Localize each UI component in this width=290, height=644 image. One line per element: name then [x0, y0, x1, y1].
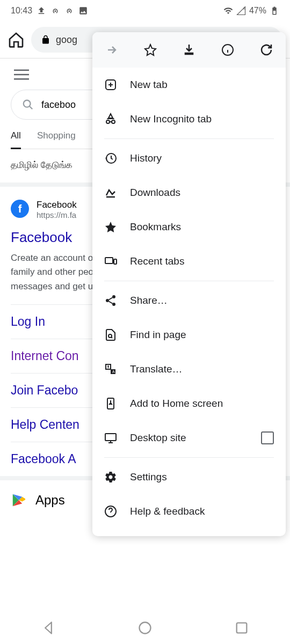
menu-label: Share… [130, 295, 168, 306]
info-icon[interactable] [221, 43, 234, 56]
svg-point-5 [140, 623, 151, 634]
menu-translate[interactable]: A Translate… [92, 352, 286, 386]
home-button[interactable] [137, 620, 153, 635]
hotspot-icon [50, 6, 60, 16]
recent-button[interactable] [234, 620, 249, 635]
lock-icon [41, 35, 50, 45]
recent-tabs-icon [104, 255, 117, 268]
svg-text:A: A [112, 370, 115, 374]
back-button[interactable] [41, 620, 56, 635]
status-bar: 10:43 x 47% [0, 0, 290, 21]
svg-rect-18 [105, 434, 116, 441]
menu-label: New tab [130, 79, 168, 91]
refresh-icon[interactable] [260, 43, 273, 56]
tab-shopping[interactable]: Shopping [37, 130, 76, 142]
hamburger-icon[interactable] [14, 69, 29, 80]
chrome-menu: New tab New Incognito tab History Downlo… [92, 32, 286, 536]
battery-percent: 47% [249, 6, 266, 16]
menu-desktop-site[interactable]: Desktop site [92, 421, 286, 455]
result-site: Facebook [37, 200, 77, 210]
upload-icon [37, 6, 46, 16]
system-nav-bar [0, 612, 290, 644]
share-icon [104, 294, 117, 307]
search-icon [22, 99, 34, 111]
star-icon[interactable] [144, 43, 157, 56]
hotspot-icon-2 [64, 6, 74, 16]
bookmarks-icon [104, 221, 117, 233]
downloads-icon [104, 186, 117, 199]
image-icon [78, 6, 88, 16]
menu-label: Downloads [130, 187, 180, 199]
menu-label: Translate… [130, 363, 183, 375]
home-icon[interactable] [8, 31, 25, 48]
menu-divider [104, 281, 274, 281]
svg-rect-6 [237, 623, 247, 633]
status-time: 10:43 [11, 6, 32, 16]
signal-icon: x [236, 6, 246, 16]
desktop-icon [104, 431, 117, 444]
new-tab-icon [104, 78, 117, 91]
menu-divider [104, 457, 274, 458]
svg-point-13 [106, 299, 109, 302]
menu-label: Bookmarks [130, 221, 181, 233]
search-query: faceboo [41, 99, 76, 111]
menu-label: Recent tabs [130, 255, 184, 267]
menu-add-home[interactable]: Add to Home screen [92, 386, 286, 421]
menu-label: History [130, 152, 162, 164]
svg-rect-11 [114, 259, 117, 264]
result-url: https://m.fa [37, 210, 77, 219]
svg-point-14 [112, 303, 115, 306]
menu-help[interactable]: Help & feedback [92, 494, 286, 529]
svg-point-1 [24, 100, 31, 107]
url-text: goog [56, 34, 77, 46]
history-icon [104, 152, 117, 165]
menu-label: Desktop site [130, 432, 186, 444]
menu-label: Find in page [130, 329, 186, 341]
menu-share[interactable]: Share… [92, 283, 286, 318]
play-store-icon [11, 492, 27, 508]
menu-settings[interactable]: Settings [92, 460, 286, 494]
wifi-icon [223, 6, 233, 16]
menu-downloads[interactable]: Downloads [92, 175, 286, 210]
tab-all[interactable]: All [11, 130, 21, 149]
svg-point-12 [112, 295, 115, 298]
download-icon[interactable] [183, 43, 195, 56]
battery-icon [270, 6, 279, 16]
desktop-site-checkbox[interactable] [261, 431, 274, 444]
svg-rect-10 [105, 258, 113, 264]
translate-icon: A [104, 363, 117, 376]
menu-divider [104, 138, 274, 139]
menu-label: Settings [130, 471, 167, 483]
menu-recent-tabs[interactable]: Recent tabs [92, 244, 286, 279]
menu-label: New Incognito tab [130, 113, 212, 125]
find-icon [104, 328, 117, 341]
menu-incognito[interactable]: New Incognito tab [92, 102, 286, 136]
forward-icon[interactable] [105, 43, 118, 56]
help-icon [104, 505, 117, 518]
menu-find[interactable]: Find in page [92, 318, 286, 352]
incognito-icon [104, 113, 117, 126]
facebook-logo-icon: f [11, 200, 29, 218]
menu-bookmarks[interactable]: Bookmarks [92, 210, 286, 244]
menu-history[interactable]: History [92, 141, 286, 175]
add-home-icon [104, 397, 117, 410]
menu-label: Add to Home screen [130, 398, 223, 409]
menu-label: Help & feedback [130, 506, 205, 517]
settings-icon [104, 471, 117, 484]
menu-new-tab[interactable]: New tab [92, 68, 286, 102]
